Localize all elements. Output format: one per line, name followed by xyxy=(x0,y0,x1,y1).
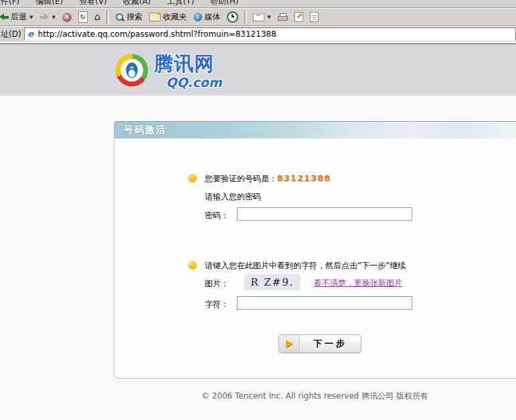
captcha-image-label: 图片： xyxy=(205,278,229,290)
site-header: 腾讯网 QQ.com xyxy=(0,44,516,96)
favorites-folder-icon xyxy=(149,13,161,21)
qq-number: 83121388 xyxy=(277,173,331,183)
mail-icon xyxy=(253,13,264,21)
edit-button[interactable] xyxy=(292,11,306,23)
stop-icon: × xyxy=(62,13,72,22)
verify-prompt: 您要验证的号码是： xyxy=(205,174,277,183)
refresh-icon: ↻ xyxy=(78,11,88,23)
password-label: 密码： xyxy=(205,210,229,221)
panel-body: 您要验证的号码是：83121388 请输入您的密码 密码： 请键入您在此图片中看… xyxy=(114,138,516,379)
stop-button[interactable]: × xyxy=(60,11,74,23)
forward-button[interactable]: ▼ xyxy=(37,12,58,22)
media-button[interactable]: ♪ 媒体 xyxy=(191,10,223,24)
forward-arrow-icon xyxy=(39,13,49,21)
address-label: 址(D) xyxy=(1,29,24,40)
forward-dropdown-icon[interactable]: ▼ xyxy=(52,15,55,20)
logo-domain: QQ.com xyxy=(166,75,222,90)
menu-help[interactable]: 帮助(H) xyxy=(207,0,241,8)
mail-dropdown-icon[interactable]: ▼ xyxy=(267,15,270,20)
edit-icon xyxy=(294,12,303,22)
discuss-button[interactable] xyxy=(307,11,321,23)
address-url: http://activate.qq.com/password.shtml?fr… xyxy=(38,29,276,39)
back-label: 后退 xyxy=(11,11,27,23)
print-icon xyxy=(278,13,288,21)
verify-number-line: 您要验证的号码是：83121388 xyxy=(205,173,331,185)
address-input[interactable]: e http://activate.qq.com/password.shtml?… xyxy=(24,27,516,41)
copyright-text: © 2006 Tencent Inc. All rights reserved … xyxy=(201,391,428,401)
activation-panel: 号码激活 您要验证的号码是：83121388 请输入您的密码 密码： 请键入您在… xyxy=(114,121,516,379)
menu-file[interactable]: 文件(F) xyxy=(0,0,22,8)
media-icon: ♪ xyxy=(193,13,202,21)
search-button[interactable]: 搜索 xyxy=(112,10,145,24)
menu-items: 文件(F) 编辑(E) 查看(V) 收藏(A) 工具(T) 帮助(H) xyxy=(0,0,516,8)
favorites-button[interactable]: 收藏夹 xyxy=(147,10,189,24)
logo-text: 腾讯网 QQ.com xyxy=(154,51,222,90)
next-button-icon-segment xyxy=(279,335,300,352)
toolbar: 后退 ▼ ▼ × ↻ ⌂ 搜索 收藏夹 ♪ 媒体 ▼ xyxy=(0,8,516,26)
address-bar: 址(D) e http://activate.qq.com/password.s… xyxy=(0,26,516,41)
toolbar-separator xyxy=(106,11,109,24)
menu-favorites[interactable]: 收藏(A) xyxy=(120,0,154,8)
captcha-image: R Z#9. xyxy=(244,274,301,290)
panel-title: 号码激活 xyxy=(124,124,167,135)
menu-tools[interactable]: 工具(T) xyxy=(164,0,197,8)
history-clock-icon xyxy=(227,11,238,23)
home-icon: ⌂ xyxy=(94,13,101,21)
home-button[interactable]: ⌂ xyxy=(92,11,104,23)
captcha-instruction: 请键入您在此图片中看到的字符，然后点击“下一步”继续 xyxy=(205,260,406,272)
menu-edit[interactable]: 编辑(E) xyxy=(33,0,66,8)
play-arrow-icon xyxy=(286,340,292,348)
captcha-text: R Z#9. xyxy=(250,276,294,288)
menu-view[interactable]: 查看(V) xyxy=(76,0,110,8)
search-label: 搜索 xyxy=(126,11,143,23)
document-icon xyxy=(310,12,319,22)
back-button[interactable]: 后退 ▼ xyxy=(1,10,35,24)
captcha-refresh-link[interactable]: 看不清楚，更换张新图片 xyxy=(314,278,402,289)
refresh-button[interactable]: ↻ xyxy=(76,10,90,24)
next-button-label: 下一步 xyxy=(300,335,361,352)
panel-header: 号码激活 xyxy=(114,121,516,138)
password-hint: 请输入您的密码 xyxy=(205,191,261,203)
favorites-label: 收藏夹 xyxy=(163,11,187,23)
browser-window: 文件(F) 编辑(E) 查看(V) 收藏(A) 工具(T) 帮助(H) 后退 ▼… xyxy=(0,0,516,420)
ie-page-icon: e xyxy=(26,29,35,39)
qq-penguin-icon xyxy=(114,51,150,90)
next-step-button[interactable]: 下一步 xyxy=(278,334,361,353)
media-label: 媒体 xyxy=(204,11,220,23)
qq-logo[interactable]: 腾讯网 QQ.com xyxy=(114,51,222,90)
menu-bar: 文件(F) 编辑(E) 查看(V) 收藏(A) 工具(T) 帮助(H) xyxy=(0,0,516,8)
print-button[interactable] xyxy=(275,12,290,22)
bullet-icon xyxy=(188,174,197,183)
captcha-input[interactable] xyxy=(237,296,412,310)
back-dropdown-icon[interactable]: ▼ xyxy=(29,15,33,20)
password-input[interactable] xyxy=(237,207,412,221)
logo-brand: 腾讯网 xyxy=(154,51,222,78)
footer: © 2006 Tencent Inc. All rights reserved … xyxy=(114,391,516,402)
mail-button[interactable]: ▼ xyxy=(250,12,273,23)
bullet-icon-2 xyxy=(188,261,197,270)
history-button[interactable] xyxy=(224,10,241,24)
page-content: 号码激活 您要验证的号码是：83121388 请输入您的密码 密码： 请键入您在… xyxy=(0,96,516,420)
captcha-char-label: 字符： xyxy=(205,299,229,310)
search-icon xyxy=(115,13,124,22)
back-arrow-icon xyxy=(0,13,9,21)
toolbar-separator-2 xyxy=(244,11,247,24)
